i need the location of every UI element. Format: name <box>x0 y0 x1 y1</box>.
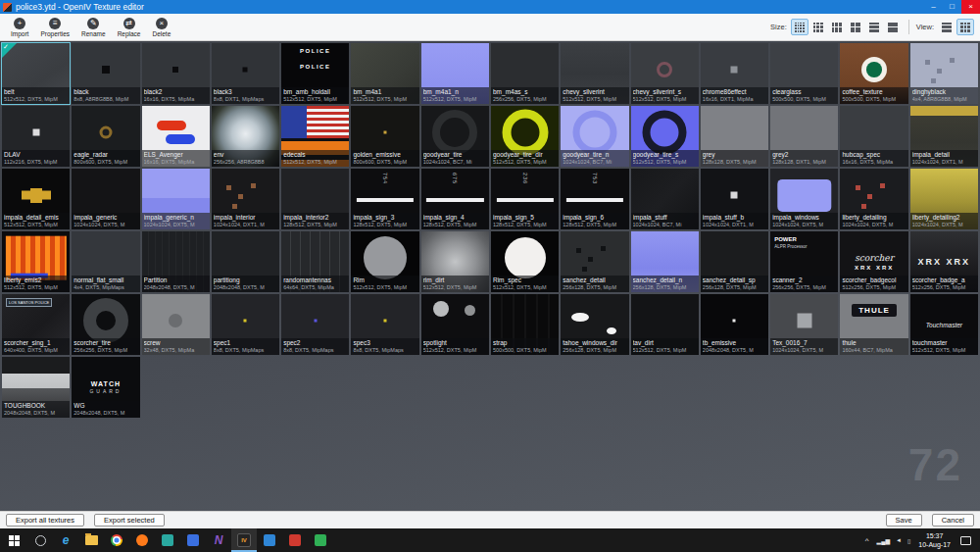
cancel-button[interactable]: Cancel <box>932 514 974 527</box>
texture-tile-impala_generic[interactable]: impala_generic1024x1024, DXT5, M <box>72 169 139 229</box>
minimize-button[interactable]: – <box>924 0 943 14</box>
hidden-icons-chevron[interactable]: ^ <box>860 536 874 545</box>
texture-tile-scorcher_sing_1[interactable]: LOS SANTOS POLICEscorcher_sing_1640x400,… <box>2 294 70 355</box>
texture-tile-impala_sign_6[interactable]: 753impala_sign_6128x512, DXT5, MipM <box>561 169 628 229</box>
texture-tile-liberty_detailing[interactable]: liberty_detailing1024x1024, DXT5, M <box>840 169 907 229</box>
texture-tile-impala_sign_3[interactable]: 754impala_sign_3128x512, DXT5, MipM <box>351 169 418 229</box>
size-rows-button[interactable] <box>865 19 883 35</box>
texture-tile-liberty_emis2[interactable]: liberty_emis2512x512, DXT5, MipM <box>2 231 70 292</box>
rename-button[interactable]: ✎Rename <box>76 17 111 38</box>
texture-tile-normal_flat_small[interactable]: normal_flat_small4x4, DXT5, MipMaps <box>72 231 139 292</box>
texture-tile-impala_interior2[interactable]: impala_interior2128x512, DXT5, MipM <box>281 169 349 229</box>
texture-tile-sanchez_detail_n[interactable]: sanchez_detail_n256x128, DXT5, MipM <box>631 231 699 292</box>
texture-tile-scanner_2[interactable]: POWERALPR Processorscanner_2256x256, DXT… <box>770 231 838 292</box>
view-thumbnails-button[interactable] <box>956 19 974 35</box>
texture-tile-partitiong[interactable]: partitiong2048x2048, DXT5, M <box>212 231 279 292</box>
texture-tile-rim_dirt[interactable]: rim_dirt512x512, DXT5, MipM <box>421 231 489 292</box>
texture-tile-bm_m4a1_n[interactable]: bm_m4a1_n512x512, DXT5, MipM <box>421 43 489 104</box>
texture-tile-black[interactable]: black8x8, A8R8G8B8, MipM <box>72 43 139 104</box>
texture-tile-goodyear_tire_n[interactable]: goodyear_tire_n1024x1024, BC7, Mi <box>561 106 628 167</box>
texture-tile-liberty_detailing2[interactable]: liberty_detailing21024x1024, DXT5, M <box>910 169 978 229</box>
texture-tile-tav_dirt[interactable]: tav_dirt512x512, DXT5, MipM <box>631 294 699 355</box>
texture-tile-scorcher_tire[interactable]: scorcher_tire256x256, DXT5, MipM <box>72 294 139 355</box>
texture-tile-screw[interactable]: screw32x48, DXT5, MipMa <box>142 294 210 355</box>
edge-icon[interactable]: e <box>53 528 78 552</box>
texture-tile-hubcap_spec[interactable]: hubcap_spec16x16, DXT5, MipMa <box>840 106 907 167</box>
network-icon[interactable]: ▂▄▆ <box>874 537 893 544</box>
texture-tile-impala_windows[interactable]: impala_windows1024x1024, DXT5, M <box>770 169 838 229</box>
texture-tile-sanchez_detail_sp[interactable]: sanchez_detail_sp256x128, DXT5, MipM <box>701 231 768 292</box>
texture-tile-tahoe_windows_dir[interactable]: tahoe_windows_dir256x128, DXT5, MipM <box>561 294 628 355</box>
export-all-textures-button[interactable]: Export all textures <box>6 514 84 527</box>
size-large-button[interactable] <box>847 19 864 35</box>
blue-app-icon[interactable] <box>180 528 206 552</box>
texture-tile-belt[interactable]: ✓belt512x512, DXT5, MipM <box>2 43 70 104</box>
texture-tile-impala_sign_4[interactable]: 675impala_sign_4128x512, DXT5, MipM <box>421 169 489 229</box>
start-button[interactable] <box>0 528 27 552</box>
texture-tile-impala_generic_n[interactable]: impala_generic_n1024x1024, DXT5, M <box>142 169 210 229</box>
texture-tile-clearglass[interactable]: clearglass500x500, DXT5, MipM <box>770 43 838 104</box>
texture-tile-golden_emissive[interactable]: golden_emissive800x600, DXT5, MipM <box>351 106 418 167</box>
texture-tile-touchmaster[interactable]: Touchmastertouchmaster512x512, DXT5, Mip… <box>910 294 978 355</box>
texture-tile-goodyear_tire_dir[interactable]: goodyear_tire_dir512x512, DXT5, MipM <box>491 106 559 167</box>
texture-tile-impala_stuff[interactable]: impala_stuff1024x1024, BC7, Mi <box>631 169 699 229</box>
texture-tile-coffee_texture[interactable]: coffee_texture500x500, DXT5, MipM <box>840 43 907 104</box>
texture-tile-spec2[interactable]: spec28x8, DXT5, MipMaps <box>281 294 349 355</box>
properties-button[interactable]: ≡Properties <box>35 17 74 38</box>
firefox-icon[interactable] <box>129 528 155 552</box>
close-button[interactable]: × <box>961 0 980 14</box>
texture-tile-chevy_silverint_s[interactable]: chevy_silverint_s512x512, DXT5, MipM <box>631 43 699 104</box>
texture-tile-scorcher_badge_a[interactable]: XRX XRXscorcher_badge_a512x256, DXT5, Mi… <box>910 231 978 292</box>
texture-tile-grey[interactable]: grey128x128, DXT5, MipM <box>701 106 768 167</box>
file-explorer-icon[interactable] <box>78 528 104 552</box>
texture-tile-Rim_spec[interactable]: Rim_spec512x512, DXT5, MipM <box>491 231 559 292</box>
texture-tile-impala_detail[interactable]: impala_detail1024x1024, DXT1, M <box>910 106 978 167</box>
texture-tile-goodyear_tire[interactable]: goodyear_tire1024x1024, BC7, Mi <box>421 106 489 167</box>
texture-tile-tb_emissive[interactable]: tb_emissive2048x2048, DXT5, M <box>701 294 768 355</box>
texture-tile-Tex_0016_7[interactable]: Tex_0016_71024x1024, DXT5, M <box>770 294 838 355</box>
size-tiny-button[interactable] <box>791 19 808 35</box>
maximize-button[interactable]: □ <box>943 0 961 14</box>
save-button[interactable]: Save <box>886 514 922 527</box>
texture-tile-edecals[interactable]: edecals512x512, DXT5, MipM <box>281 106 349 167</box>
texture-tile-impala_interior[interactable]: impala_interior1024x1024, DXT1, M <box>212 169 279 229</box>
texture-tile-randomantennas[interactable]: randomantennas64x64, DXT5, MipMa <box>281 231 349 292</box>
texture-tile-spec1[interactable]: spec18x8, DXT5, MipMaps <box>212 294 279 355</box>
texture-tile-scorcher_badgecol[interactable]: scorcherXRX XRXscorcher_badgecol512x256,… <box>840 231 907 292</box>
openiv-icon[interactable]: IV <box>231 528 257 552</box>
export-selected-button[interactable]: Export selected <box>94 514 165 527</box>
texture-tile-bm_amb_holdall[interactable]: POLICEPOLICEbm_amb_holdall512x512, DXT5,… <box>281 43 349 104</box>
size-small-button[interactable] <box>809 19 827 35</box>
texture-tile-black2[interactable]: black216x16, DXT5, MipMa <box>142 43 210 104</box>
delete-button[interactable]: ×Delete <box>147 17 175 38</box>
chrome-icon[interactable] <box>104 528 129 552</box>
teal-app-icon[interactable] <box>155 528 180 552</box>
texture-tile-thule[interactable]: THULEthule160x44, BC7, MipMa <box>840 294 907 355</box>
texture-tile-chrome86effect[interactable]: chrome86effect16x16, DXT1, MipMa <box>701 43 768 104</box>
cortana-icon[interactable] <box>27 528 53 552</box>
texture-tile-chevy_silverint[interactable]: chevy_silverint512x512, DXT5, MipM <box>561 43 628 104</box>
texture-tile-spotlight[interactable]: spotlight512x512, DXT5, MipM <box>421 294 489 355</box>
battery-icon[interactable]: ▯ <box>905 537 913 544</box>
action-center-icon[interactable] <box>960 536 971 545</box>
texture-tile-ELS_Avenger[interactable]: ELS_Avenger16x16, DXT5, MipMa <box>142 106 210 167</box>
import-button[interactable]: +Import <box>6 17 33 38</box>
red-app-icon[interactable] <box>282 528 308 552</box>
texture-tile-Partition[interactable]: Partition2048x2048, DXT5, M <box>142 231 210 292</box>
texture-tile-Rim[interactable]: Rim512x512, DXT5, MipM <box>351 231 418 292</box>
texture-tile-sanchez_detail[interactable]: sanchez_detail256x128, DXT5, MipM <box>561 231 628 292</box>
volume-icon[interactable]: ◄ <box>893 537 905 543</box>
photos-app-icon[interactable] <box>257 528 282 552</box>
texture-tile-env[interactable]: env256x256, A8R8G8B8 <box>212 106 279 167</box>
texture-tile-strap[interactable]: strap500x500, DXT5, MipM <box>491 294 559 355</box>
green-app-icon[interactable] <box>308 528 333 552</box>
texture-tile-bm_m4a1[interactable]: bm_m4a1512x512, DXT5, MipM <box>351 43 418 104</box>
size-medium-button[interactable] <box>828 19 846 35</box>
texture-tile-dinghyblack[interactable]: dinghyblack4x4, A8R8G8B8, MipM <box>910 43 978 104</box>
texture-tile-grey2[interactable]: grey2128x128, DXT1, MipM <box>770 106 838 167</box>
texture-tile-spec3[interactable]: spec38x8, DXT5, MipMaps <box>351 294 418 355</box>
texture-tile-black3[interactable]: black38x8, DXT1, MipMaps <box>212 43 279 104</box>
onenote-icon[interactable]: N <box>206 528 231 552</box>
texture-tile-TOUGHBOOK[interactable]: TOUGHBOOK2048x2048, DXT5, M <box>2 357 70 418</box>
texture-tile-DLAV[interactable]: DLAV112x216, DXT5, MipM <box>2 106 70 167</box>
